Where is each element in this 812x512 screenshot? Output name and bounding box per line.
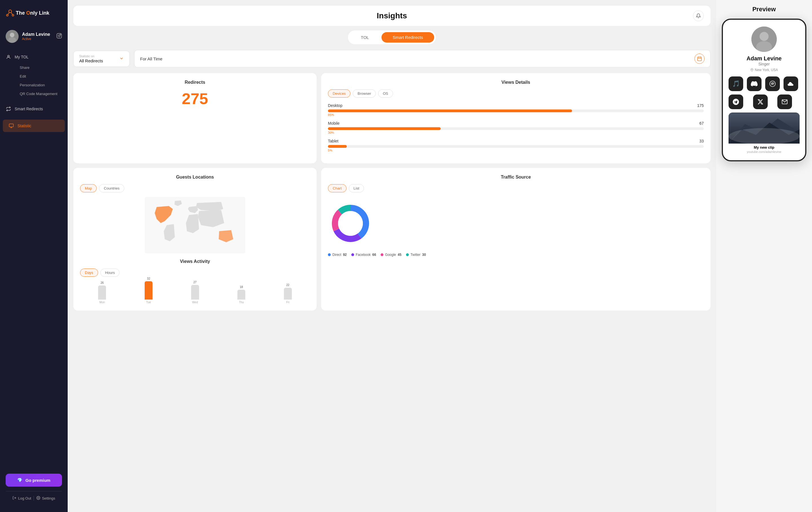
insights-header: Insights	[73, 6, 710, 26]
nav-item-smart-redirects[interactable]: Smart Redirects	[0, 103, 68, 115]
settings-button[interactable]: Settings	[36, 496, 55, 501]
nav-my-tol-section: My TOL Share Edit Personalization QR Cod…	[0, 49, 68, 101]
svg-rect-17	[698, 57, 701, 61]
row-2: Guests Locations Map Countries	[73, 168, 710, 311]
direct-label: Direct	[332, 253, 341, 257]
redirects-card: Redirects 275	[73, 73, 317, 163]
go-premium-label: Go premium	[25, 478, 50, 483]
legend-google: Google 45	[381, 253, 402, 257]
desktop-progress-fill	[328, 110, 572, 112]
filter-row: Statistic on All Redirects For All Time	[73, 50, 710, 67]
telegram-icon-btn[interactable]	[729, 94, 743, 109]
svg-line-3	[8, 12, 9, 15]
discord-icon-btn[interactable]	[747, 77, 761, 91]
tab-smart-redirects[interactable]: Smart Redirects	[381, 32, 434, 42]
nav-item-statistic[interactable]: Statistic	[3, 120, 65, 132]
settings-icon	[36, 496, 40, 501]
bar-fri-label: Fri	[286, 301, 290, 304]
bell-icon[interactable]	[693, 10, 704, 21]
soundcloud-icon-btn[interactable]	[784, 77, 798, 91]
views-activity-section: Views Activity Days Hours 26 Mon 32 Tue	[80, 259, 310, 304]
svg-point-16	[38, 497, 39, 499]
video-title: My new clip	[729, 144, 800, 150]
user-info: Adam Levine Active	[22, 32, 53, 41]
statistic-filter[interactable]: Statistic on All Redirects	[73, 51, 130, 67]
nav-edit[interactable]: Edit	[14, 72, 68, 81]
tab-list[interactable]: List	[349, 184, 364, 192]
video-card[interactable]: My new clip youtube.com/adamlevine	[729, 113, 800, 153]
avatar	[6, 30, 19, 43]
guests-locations-card: Guests Locations Map Countries	[73, 168, 317, 311]
spotify-icon-btn[interactable]	[765, 77, 780, 91]
svg-point-10	[60, 34, 61, 35]
phone-profile-name: Adam Levine	[729, 55, 800, 62]
device-tablet-count: 33	[699, 139, 704, 143]
user-status: Active	[22, 37, 53, 41]
chevron-down-icon	[119, 56, 124, 61]
video-thumbnail	[729, 113, 800, 144]
desktop-progress-bar	[328, 110, 704, 112]
main-content: Insights TOL Smart Redirects Statistic o…	[68, 0, 716, 512]
nav-share[interactable]: Share	[14, 63, 68, 72]
insights-title: Insights	[377, 11, 407, 20]
legend-facebook: Facebook 66	[351, 253, 376, 257]
bar-thu-bar	[237, 290, 245, 300]
twitter-dot	[406, 253, 409, 256]
logout-button[interactable]: Log Out	[12, 496, 31, 501]
traffic-source-title: Traffic Source	[328, 175, 704, 180]
nav-statistic-section: Statistic	[0, 117, 68, 134]
tab-tol[interactable]: TOL	[350, 32, 380, 42]
location-icon	[750, 68, 754, 72]
map-tabs: Map Countries	[80, 184, 310, 192]
twitter-icon-btn[interactable]	[753, 94, 768, 109]
music-icon-btn[interactable]: 🎵	[729, 77, 743, 91]
go-premium-button[interactable]: 💎 Go premium	[6, 474, 62, 487]
time-filter[interactable]: For All Time	[134, 50, 710, 67]
tab-chart[interactable]: Chart	[328, 184, 347, 192]
google-dot	[381, 253, 383, 256]
nav-item-my-tol[interactable]: My TOL	[0, 51, 68, 63]
sidebar: The Only Link Adam Levine Active	[0, 0, 68, 512]
logout-label: Log Out	[18, 496, 31, 501]
nav-qr-code[interactable]: QR Code Management	[14, 89, 68, 98]
phone-profile-role: Singer	[729, 62, 800, 66]
tab-hours[interactable]: Hours	[100, 268, 120, 277]
device-mobile: Mobile 67 30%	[328, 121, 704, 134]
device-mobile-label: Mobile	[328, 121, 340, 125]
twitter-value: 30	[422, 253, 426, 257]
sidebar-footer: Log Out Settings	[6, 491, 62, 501]
tab-container: TOL Smart Redirects	[348, 30, 436, 44]
email-icon-btn[interactable]	[777, 94, 792, 109]
redirects-number: 275	[80, 89, 310, 108]
redirects-title: Redirects	[80, 80, 310, 85]
tab-days[interactable]: Days	[80, 268, 98, 277]
svg-point-1	[6, 15, 8, 16]
avatar-image	[6, 30, 19, 43]
logo-icon	[6, 8, 14, 18]
tab-browser[interactable]: Browser	[353, 89, 376, 97]
traffic-legend: Direct 92 Facebook 66 Google 45 Twitter …	[328, 253, 704, 257]
tablet-percent: 5%	[328, 149, 704, 152]
user-area: Adam Levine Active	[0, 27, 68, 49]
nav-statistic-label: Statistic	[18, 123, 31, 128]
tab-os[interactable]: OS	[378, 89, 393, 97]
phone-icons-row1: 🎵	[729, 77, 800, 91]
bar-wed-value: 27	[194, 281, 197, 284]
mobile-percent: 30%	[328, 131, 704, 134]
tab-countries[interactable]: Countries	[99, 184, 124, 192]
views-details-card: Views Details Devices Browser OS Desktop…	[321, 73, 710, 163]
filter-value: All Redirects	[79, 58, 103, 63]
device-desktop-label: Desktop	[328, 103, 342, 108]
tab-devices[interactable]: Devices	[328, 89, 350, 97]
logo-text: The Only Link	[16, 10, 49, 16]
bar-thu-value: 18	[240, 285, 243, 289]
user-icon	[6, 54, 11, 60]
phone-icons-row2	[729, 94, 800, 109]
bar-mon-label: Mon	[99, 301, 105, 304]
instagram-icon[interactable]	[56, 33, 62, 40]
bar-fri: 22 Fri	[266, 284, 310, 304]
nav-personalization[interactable]: Personalization	[14, 81, 68, 89]
tab-map[interactable]: Map	[80, 184, 97, 192]
svg-point-9	[58, 35, 60, 37]
svg-point-2	[12, 15, 14, 16]
